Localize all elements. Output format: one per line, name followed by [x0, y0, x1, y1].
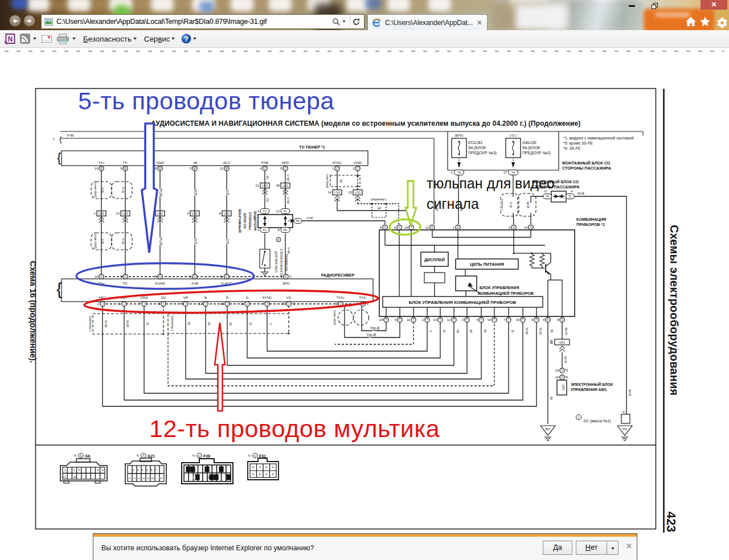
svg-text:8: 8 — [219, 212, 221, 215]
svg-text:БЛОК СО: БЛОК СО — [243, 213, 247, 229]
svg-text:3: 3 — [137, 469, 139, 472]
svg-text:Y-B: Y-B — [101, 187, 104, 192]
svg-text:Br: Br — [187, 322, 191, 326]
svg-text:3: 3 — [158, 302, 160, 306]
svg-text:BI-R: BI-R — [564, 356, 567, 364]
svg-text:R-BI: R-BI — [525, 328, 529, 335]
svg-text:27: 27 — [503, 171, 507, 174]
svg-text:Tr: Tr — [136, 454, 139, 458]
svg-text:(нав./dvd): (нав./dvd) — [94, 234, 97, 249]
svg-text:G: G — [246, 295, 249, 299]
svg-text:P-BI: P-BI — [67, 134, 74, 137]
svg-text:SPD: SPD — [282, 160, 289, 164]
svg-text:5A (БЛОК: 5A (БЛОК — [468, 146, 486, 150]
svg-text:тюльпан для видео: тюльпан для видео — [427, 175, 555, 191]
svg-text:423: 423 — [664, 512, 678, 533]
svg-text:FL: FL — [284, 209, 287, 213]
svg-text:ПРЕДОХР. №3): ПРЕДОХР. №3) — [468, 151, 497, 155]
svg-text:SP1: SP1 — [562, 385, 565, 390]
svg-text:Br-W: Br-W — [159, 188, 163, 196]
svg-text:12: 12 — [425, 226, 429, 229]
svg-text:P-B: P-B — [509, 202, 513, 208]
svg-text:Схема 16 (продолжение).: Схема 16 (продолжение). — [28, 261, 38, 363]
svg-text:19: 19 — [160, 477, 163, 480]
svg-text:15: 15 — [349, 191, 352, 194]
svg-text:5: 5 — [394, 226, 396, 229]
svg-text:4: 4 — [257, 209, 260, 213]
svg-text:A+B: A+B — [191, 281, 198, 285]
svg-text:16: 16 — [151, 477, 154, 480]
svg-text:LG2: LG2 — [224, 212, 230, 215]
svg-text:T: T — [480, 318, 482, 322]
svg-text:TX2+: TX2+ — [337, 295, 345, 299]
svg-text:7: 7 — [139, 302, 141, 306]
svg-text:8: 8 — [291, 219, 293, 223]
svg-text:2: 2 — [509, 226, 510, 229]
svg-text:*6: *6 — [565, 376, 568, 379]
svg-text:1: 1 — [64, 469, 66, 472]
svg-text:Tr: Tr — [248, 454, 251, 458]
svg-text:3: 3 — [73, 469, 75, 472]
svg-text:TX2-: TX2- — [359, 295, 366, 299]
svg-text:Br: Br — [550, 397, 553, 400]
svg-text:R-BI: R-BI — [126, 320, 129, 327]
svg-text:TX-: TX- — [122, 281, 128, 285]
svg-text:T: T — [412, 318, 414, 322]
svg-text:(нав./dvd): (нав./dvd) — [94, 183, 97, 197]
svg-text:VR: VR — [183, 295, 189, 299]
svg-text:5-ть проводов тюнера: 5-ть проводов тюнера — [78, 87, 334, 114]
svg-text:СТОЯНОЧНОГО: СТОЯНОЧНОГО — [280, 249, 284, 275]
svg-text:9: 9 — [102, 469, 104, 472]
svg-text:FN: FN — [622, 427, 627, 431]
svg-text:T: T — [535, 318, 537, 322]
svg-text:16: 16 — [207, 476, 210, 479]
svg-text:Y: Y — [269, 323, 272, 325]
svg-text:(нав./dvd): (нав./dvd) — [326, 174, 329, 188]
svg-text:A: A — [259, 466, 261, 469]
svg-text:(скруч.): (скруч.) — [501, 199, 504, 211]
svg-text:SPD: SPD — [282, 281, 290, 285]
svg-text:11: 11 — [129, 477, 132, 480]
svg-text:Схемы электрооборудования: Схемы электрооборудования — [668, 225, 681, 396]
svg-text:G-B: G-B — [194, 190, 198, 196]
svg-text:G21: G21 — [148, 454, 155, 458]
svg-text:5A (БЛОК: 5A (БЛОК — [522, 146, 540, 150]
svg-text:A: A — [259, 473, 261, 476]
svg-text:TX-: TX- — [122, 160, 128, 164]
svg-text:R: R — [443, 330, 446, 333]
svg-text:6: 6 — [151, 469, 153, 472]
svg-text:7A: 7A — [511, 171, 515, 174]
svg-text:{: { — [57, 150, 61, 164]
svg-text:3: 3 — [462, 318, 464, 322]
svg-text:8: 8 — [380, 226, 382, 229]
svg-text:7: 7 — [155, 469, 157, 472]
svg-text:{: { — [59, 135, 62, 143]
svg-text:19: 19 — [555, 376, 559, 379]
svg-text:A: A — [252, 473, 255, 476]
svg-text:{: { — [56, 279, 62, 298]
svg-text:V-W: V-W — [306, 216, 313, 220]
svg-text:FK: FK — [284, 228, 288, 232]
svg-text:4: 4 — [262, 302, 264, 306]
svg-text:C: C — [450, 171, 453, 174]
svg-text:8: 8 — [155, 275, 157, 278]
svg-text:5: 5 — [181, 302, 182, 306]
svg-text:GND: GND — [354, 160, 362, 164]
svg-text:BI-R: BI-R — [564, 328, 568, 335]
svg-text:МОНТАЖНЫЙ: МОНТАЖНЫЙ — [238, 209, 242, 233]
svg-text:12: 12 — [199, 302, 202, 306]
svg-text:[ IG ]: [ IG ] — [509, 134, 517, 137]
svg-text:NTSC: NTSC — [333, 160, 342, 164]
svg-text:КОМБИНАЦИЯ: КОМБИНАЦИЯ — [576, 217, 606, 222]
svg-text:VG: VG — [286, 295, 292, 299]
svg-text:V-W: V-W — [286, 174, 290, 181]
svg-text:1: 1 — [53, 137, 55, 141]
svg-text:LG2: LG2 — [334, 191, 340, 194]
svg-text:T: T — [385, 318, 387, 322]
svg-text:*1: *1 — [289, 275, 292, 278]
svg-text:ПРЕДОХР. №2): ПРЕДОХР. №2) — [522, 151, 551, 155]
svg-text:Y-B: Y-B — [226, 238, 230, 244]
svg-text:4: 4 — [79, 469, 80, 472]
svg-text:U: U — [561, 376, 563, 379]
svg-text:2: 2 — [353, 167, 354, 170]
